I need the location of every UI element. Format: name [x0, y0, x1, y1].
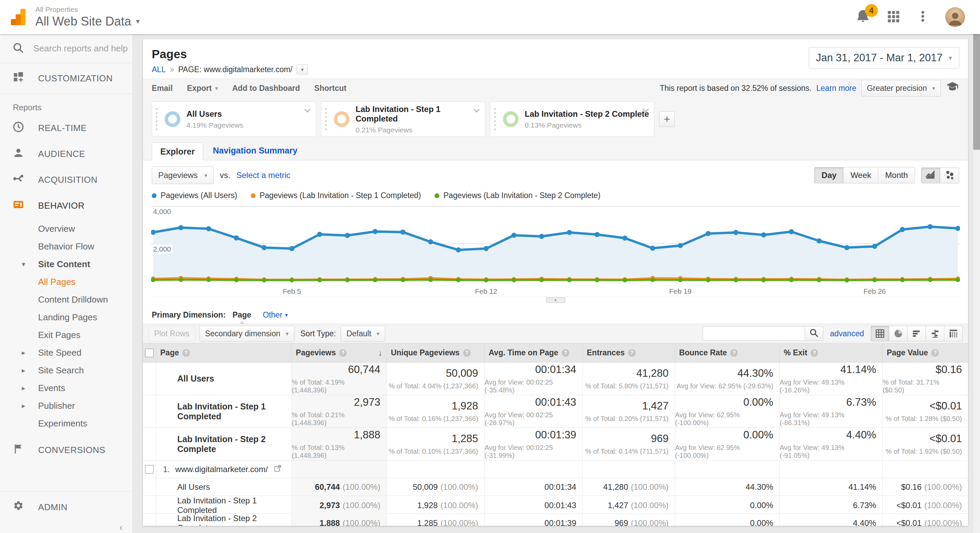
- precision-selector[interactable]: Greater precision: [861, 80, 941, 97]
- notifications-button[interactable]: 4: [856, 9, 870, 25]
- percentage-view-button[interactable]: [889, 326, 907, 341]
- dimension-other-dropdown[interactable]: Other: [263, 310, 288, 320]
- overflow-menu-button[interactable]: [916, 10, 930, 24]
- date-range-selector[interactable]: Jan 31, 2017 - Mar 1, 2017: [809, 47, 959, 68]
- sidebar-item-landing-pages[interactable]: Landing Pages: [0, 309, 132, 326]
- sidebar-item-label: REAL-TIME: [38, 123, 87, 134]
- sidebar-item-customization[interactable]: CUSTOMIZATION: [0, 63, 132, 94]
- sidebar-item-acquisition[interactable]: ACQUISITION: [0, 167, 132, 193]
- row-checkbox[interactable]: [145, 465, 154, 474]
- apps-grid-button[interactable]: [886, 9, 900, 25]
- pivot-view-button[interactable]: [944, 326, 963, 341]
- property-selector[interactable]: All Properties All Web Site Data: [35, 5, 140, 29]
- sidebar-search[interactable]: [0, 34, 132, 63]
- metric-dropdown[interactable]: Pageviews: [152, 166, 214, 184]
- help-icon[interactable]: [811, 349, 818, 357]
- search-input[interactable]: [33, 43, 129, 54]
- shortcut-button[interactable]: Shortcut: [314, 84, 347, 93]
- add-to-dashboard-button[interactable]: Add to Dashboard: [232, 84, 300, 93]
- learn-more-link[interactable]: Learn more: [816, 84, 856, 93]
- reports-section-label: Reports: [0, 94, 132, 115]
- sidebar-item-conversions[interactable]: CONVERSIONS: [0, 437, 132, 463]
- column-header-page[interactable]: Page: [156, 344, 291, 362]
- collapse-sidebar-button[interactable]: [116, 522, 126, 532]
- segment-card-all-users[interactable]: All Users 4.19% Pageviews: [152, 102, 316, 137]
- summary-row-all-users: All Users 60,744% of Total: 4.19% (1,448…: [143, 363, 968, 395]
- drag-handle-icon[interactable]: [324, 107, 328, 131]
- external-link-icon[interactable]: [273, 464, 282, 475]
- help-icon[interactable]: [931, 349, 939, 357]
- help-icon[interactable]: [562, 349, 569, 357]
- sidebar-item-site-search[interactable]: Site Search: [0, 361, 132, 379]
- sort-type-dropdown[interactable]: Default: [340, 326, 385, 342]
- export-button[interactable]: Export: [187, 84, 218, 93]
- line-chart-toggle-button[interactable]: [921, 167, 940, 183]
- granularity-week-button[interactable]: Week: [843, 167, 878, 183]
- pageviews-cell: 2,973(100.00%): [291, 496, 386, 515]
- tab-explorer[interactable]: Explorer: [152, 143, 203, 160]
- unique-pageviews-cell: 1,285(100.00%): [387, 514, 484, 526]
- sidebar-item-overview[interactable]: Overview: [0, 220, 132, 237]
- legend-item: Pageviews (Lab Invitation - Step 1 Compl…: [251, 191, 421, 200]
- sidebar-item-all-pages[interactable]: All Pages: [0, 273, 132, 291]
- secondary-dimension-dropdown[interactable]: Secondary dimension: [199, 326, 294, 342]
- sidebar-item-content-drilldown[interactable]: Content Drilldown: [0, 291, 132, 309]
- scrollbar-thumb[interactable]: [973, 34, 980, 150]
- drag-handle-icon[interactable]: [155, 107, 159, 131]
- add-segment-button[interactable]: +: [659, 111, 675, 127]
- data-view-button[interactable]: [871, 326, 889, 341]
- granularity-month-button[interactable]: Month: [878, 167, 915, 183]
- sort-descending-icon: [379, 348, 382, 358]
- email-button[interactable]: Email: [152, 84, 172, 93]
- help-icon[interactable]: [730, 349, 738, 357]
- avg-time-cell: 00:01:34: [484, 478, 582, 496]
- user-avatar[interactable]: [945, 7, 965, 27]
- sidebar-item-real-time[interactable]: REAL-TIME: [0, 115, 132, 141]
- sidebar-item-events[interactable]: Events: [0, 379, 132, 397]
- tab-navigation-summary[interactable]: Navigation Summary: [213, 146, 298, 160]
- advanced-search-link[interactable]: advanced: [830, 329, 864, 338]
- sidebar-item-exit-pages[interactable]: Exit Pages: [0, 326, 132, 344]
- column-header-pageviews[interactable]: Pageviews: [291, 344, 386, 362]
- motion-chart-toggle-button[interactable]: [940, 167, 959, 183]
- sidebar-item-publisher[interactable]: Publisher: [0, 397, 132, 415]
- column-header-entrances[interactable]: Entrances: [582, 344, 675, 362]
- segment-card-step2[interactable]: Lab Invitation - Step 2 Complete 0.13% P…: [490, 102, 654, 137]
- column-header-exit[interactable]: % Exit: [779, 344, 882, 362]
- sidebar-item-experiments[interactable]: Experiments: [0, 415, 132, 432]
- primary-dimension-label: Primary Dimension:: [152, 310, 226, 320]
- column-header-bounce-rate[interactable]: Bounce Rate: [675, 344, 780, 362]
- select-metric-link[interactable]: Select a metric: [237, 170, 291, 180]
- granularity-day-button[interactable]: Day: [814, 167, 843, 183]
- table-search-button[interactable]: [805, 326, 823, 341]
- help-icon[interactable]: [339, 349, 347, 357]
- help-icon[interactable]: [182, 349, 190, 357]
- graduation-cap-icon[interactable]: [946, 80, 959, 96]
- help-icon[interactable]: [628, 349, 636, 357]
- help-icon[interactable]: [463, 349, 471, 357]
- breadcrumb-dropdown-button[interactable]: [296, 64, 308, 75]
- sidebar-item-behavior-flow[interactable]: Behavior Flow: [0, 237, 132, 255]
- sidebar-item-admin[interactable]: ADMIN: [0, 494, 132, 520]
- select-all-checkbox[interactable]: [145, 348, 154, 357]
- table-search-input[interactable]: [703, 326, 805, 341]
- sidebar-item-label: AUDIENCE: [38, 149, 85, 159]
- exit-cell: 41.14%: [779, 478, 882, 496]
- column-header-unique-pageviews[interactable]: Unique Pageviews: [387, 344, 484, 362]
- drag-handle-icon[interactable]: [493, 107, 498, 131]
- performance-view-button[interactable]: [907, 326, 926, 341]
- sidebar-item-behavior[interactable]: BEHAVIOR: [0, 193, 132, 218]
- plot-rows-button[interactable]: Plot Rows: [148, 326, 195, 342]
- sidebar-item-site-content[interactable]: Site Content: [0, 255, 132, 273]
- column-header-page-value[interactable]: Page Value: [882, 344, 968, 362]
- segment-card-step1[interactable]: Lab Invitation - Step 1 Completed 0.21% …: [321, 102, 485, 137]
- chevron-down-icon[interactable]: [304, 106, 310, 112]
- column-header-avg-time[interactable]: Avg. Time on Page: [484, 344, 582, 362]
- breadcrumb-all-link[interactable]: ALL: [152, 65, 166, 74]
- sidebar-item-site-speed[interactable]: Site Speed: [0, 344, 132, 361]
- page-url-link[interactable]: www.digitalmarketer.com/: [175, 465, 268, 474]
- comparison-view-button[interactable]: [926, 326, 944, 341]
- timeline-slider-handle[interactable]: [546, 298, 565, 303]
- sidebar-item-audience[interactable]: AUDIENCE: [0, 141, 132, 167]
- dimension-page-button[interactable]: Page: [231, 310, 253, 320]
